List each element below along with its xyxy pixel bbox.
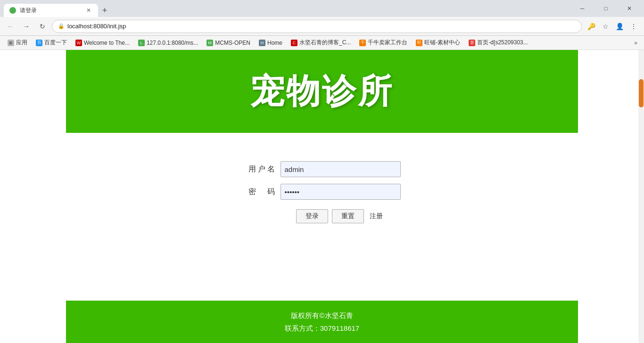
- username-input[interactable]: [281, 161, 401, 177]
- bookmark-blog-label: 水坚石青的博客_C...: [299, 39, 351, 47]
- password-label: 密 码: [244, 187, 277, 197]
- bookmark-localhost[interactable]: L 127.0.0.1:8080/ms...: [134, 39, 202, 47]
- bookmark-apps-label: 应用: [16, 39, 27, 47]
- page-content: 宠物诊所 用户名 密 码 登录 重置 注册 版权所有©水坚石青 联系方式：307…: [0, 50, 644, 343]
- bookmark-qianniu[interactable]: 千 千牛卖家工作台: [355, 38, 411, 48]
- close-button[interactable]: ✕: [619, 2, 640, 15]
- password-input[interactable]: [281, 184, 401, 200]
- button-row: 登录 重置 注册: [296, 209, 385, 223]
- browser-frame: 请登录 ✕ + ─ □ ✕ ← → ↻ 🔒 localhost:8080/ini…: [0, 0, 644, 343]
- back-button[interactable]: ←: [4, 20, 17, 33]
- localhost-favicon-icon: L: [138, 40, 145, 46]
- bookmark-welcome-label: Welcome to The...: [84, 40, 130, 46]
- login-section: 用户名 密 码 登录 重置 注册: [0, 133, 644, 301]
- bookmark-shouye-label: 首页-d[s25209303...: [477, 39, 528, 47]
- tab-favicon-icon: [9, 7, 16, 14]
- mcms-favicon-icon: M: [206, 40, 213, 46]
- lock-icon: 🔒: [58, 23, 65, 29]
- qianniu-favicon-icon: 千: [359, 40, 366, 46]
- reload-button[interactable]: ↻: [36, 20, 49, 33]
- welcome-favicon-icon: W: [75, 40, 82, 46]
- scrollbar-thumb[interactable]: [639, 79, 644, 107]
- maximize-button[interactable]: □: [595, 2, 617, 15]
- home-favicon-icon: H: [259, 40, 265, 46]
- address-bar[interactable]: 🔒 localhost:8080/init.jsp: [52, 20, 582, 33]
- tab-close-button[interactable]: ✕: [85, 7, 92, 14]
- login-button[interactable]: 登录: [296, 209, 328, 223]
- footer-copyright: 版权所有©水坚石青: [66, 309, 578, 322]
- tab-title: 请登录: [20, 7, 37, 15]
- bookmark-baidu-label: 百度一下: [44, 39, 67, 47]
- url-text: localhost:8080/init.jsp: [67, 23, 126, 30]
- bookmark-apps[interactable]: ⊞ 应用: [4, 38, 31, 48]
- bookmarks-more-button[interactable]: »: [631, 39, 640, 47]
- toolbar-actions: 🔑 ☆ 👤 ⋮: [585, 20, 640, 33]
- username-row: 用户名: [244, 161, 401, 177]
- wangpu-favicon-icon: 旺: [416, 40, 422, 46]
- forward-button[interactable]: →: [20, 20, 33, 33]
- new-tab-button[interactable]: +: [98, 4, 111, 17]
- blog-favicon-icon: C: [291, 40, 297, 46]
- scrollbar[interactable]: [638, 50, 644, 343]
- star-icon[interactable]: ☆: [599, 20, 612, 33]
- bookmark-shouye[interactable]: 首 首页-d[s25209303...: [465, 38, 531, 48]
- site-footer: 版权所有©水坚石青 联系方式：3079118617: [66, 301, 578, 343]
- site-title: 宠物诊所: [66, 69, 578, 114]
- bookmark-wangpu-label: 旺铺-素材中心: [424, 39, 460, 47]
- key-icon[interactable]: 🔑: [585, 20, 598, 33]
- bookmark-qianniu-label: 千牛卖家工作台: [368, 39, 407, 47]
- tab-strip: 请登录 ✕ +: [4, 0, 566, 17]
- site-header: 宠物诊所: [66, 50, 578, 133]
- bookmark-home-label: Home: [267, 40, 282, 46]
- bookmark-localhost-label: 127.0.0.1:8080/ms...: [147, 40, 198, 46]
- bookmark-mcms-label: MCMS-OPEN: [215, 40, 250, 46]
- apps-favicon-icon: ⊞: [8, 40, 14, 46]
- shouye-favicon-icon: 首: [469, 40, 475, 46]
- password-row: 密 码: [244, 184, 401, 200]
- baidu-favicon-icon: 百: [36, 40, 42, 46]
- bookmark-blog[interactable]: C 水坚石青的博客_C...: [287, 38, 355, 48]
- reset-button[interactable]: 重置: [332, 209, 364, 223]
- username-label: 用户名: [244, 164, 277, 174]
- bookmark-home[interactable]: H Home: [255, 39, 286, 47]
- footer-contact: 联系方式：3079118617: [66, 322, 578, 335]
- register-button[interactable]: 注册: [368, 212, 385, 220]
- account-icon[interactable]: 👤: [613, 20, 626, 33]
- toolbar: ← → ↻ 🔒 localhost:8080/init.jsp 🔑 ☆ 👤 ⋮: [0, 17, 644, 36]
- menu-icon[interactable]: ⋮: [627, 20, 640, 33]
- minimize-button[interactable]: ─: [571, 2, 593, 15]
- title-bar: 请登录 ✕ + ─ □ ✕: [0, 0, 644, 17]
- bookmark-baidu[interactable]: 百 百度一下: [32, 38, 71, 48]
- bookmark-mcms[interactable]: M MCMS-OPEN: [203, 39, 254, 47]
- bookmark-wangpu[interactable]: 旺 旺铺-素材中心: [412, 38, 464, 48]
- bookmarks-bar: ⊞ 应用 百 百度一下 W Welcome to The... L 127.0.…: [0, 36, 644, 50]
- bookmark-welcome[interactable]: W Welcome to The...: [72, 39, 133, 47]
- window-controls: ─ □ ✕: [571, 2, 640, 15]
- active-tab[interactable]: 请登录 ✕: [4, 4, 98, 17]
